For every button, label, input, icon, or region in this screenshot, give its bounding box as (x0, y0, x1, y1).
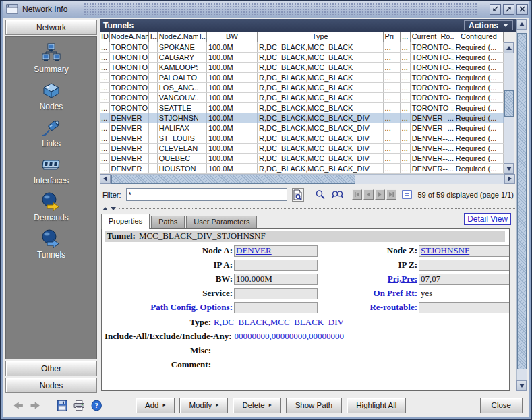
title-bar[interactable]: Network Info (3, 1, 529, 18)
property-label[interactable]: Re-routable: (318, 302, 419, 313)
table-cell: Required (... (454, 102, 503, 113)
property-label[interactable]: Pri,Pre: (318, 274, 419, 284)
highlight-all-button[interactable]: Highlight All (347, 398, 406, 413)
table-horizontal-scrollbar[interactable] (100, 174, 515, 184)
properties-panel: Tunnel: MCC_BLACK_DIV_STJOHNSNF Node A:D… (101, 228, 510, 392)
panel-scroll-down-icon[interactable] (516, 380, 527, 391)
page-setup-icon[interactable] (401, 189, 413, 201)
table-scroll-left-icon[interactable] (100, 174, 111, 184)
table-vertical-scrollbar[interactable] (504, 53, 514, 163)
column-header[interactable]: ID (100, 32, 109, 42)
collapse-up-icon[interactable] (102, 207, 108, 210)
forward-icon[interactable] (30, 400, 40, 411)
delete-button[interactable]: Delete▸ (233, 398, 280, 413)
save-icon[interactable] (57, 400, 67, 411)
property-field[interactable]: STJOHNSNF (419, 245, 510, 257)
column-header[interactable]: Configured (454, 32, 503, 42)
table-row[interactable]: ...TORONTOKAMLOOPS100.0MR,DC_BLACK,MCC_B… (100, 62, 504, 72)
sidebar-item-links[interactable]: Links (41, 117, 61, 148)
modify-button[interactable]: Modify▸ (179, 398, 228, 413)
column-header[interactable]: ... (400, 32, 410, 42)
actions-menu-button[interactable]: Actions (464, 20, 513, 30)
column-header[interactable]: Type (258, 32, 383, 42)
property-label[interactable]: On Pref Rt: (318, 288, 419, 299)
search-icon[interactable] (314, 189, 326, 201)
table-row[interactable]: ...DENVERST_LOUIS100.0MR,DC_BLACK,MCC_BL… (100, 133, 504, 143)
panel-scroll-up-icon[interactable] (516, 19, 527, 30)
sidebar-item-demands[interactable]: Demands (34, 191, 68, 222)
prev-page-icon[interactable] (363, 189, 374, 200)
close-button[interactable]: Close (480, 398, 523, 413)
sidebar-network-button[interactable]: Network (5, 20, 97, 35)
table-scroll-down-icon[interactable] (504, 163, 514, 174)
panel-vscroll-thumb[interactable] (517, 33, 527, 369)
table-row[interactable]: ...TORONTOSPOKANE100.0MR,DC_BLACK,MCC_BL… (100, 42, 504, 52)
next-page-icon[interactable] (375, 189, 385, 200)
back-icon[interactable] (13, 400, 24, 411)
table-scroll-right-icon[interactable] (504, 174, 515, 184)
table-scroll-up-icon[interactable] (504, 42, 514, 53)
table-row[interactable]: ...TORONTOSEATTLE100.0MR,DC_BLACK,MCC_BL… (100, 102, 504, 113)
maximize-icon[interactable] (503, 4, 514, 15)
property-value[interactable]: STJOHNSNF (421, 245, 469, 256)
tab-properties[interactable]: Properties (101, 214, 150, 229)
column-header[interactable]: NodeZ.Name (157, 32, 198, 42)
detail-view-link[interactable]: Detail View (464, 213, 511, 225)
property-field[interactable] (234, 302, 318, 313)
table-cell: Required (... (454, 92, 503, 102)
advanced-filter-icon[interactable] (292, 188, 304, 202)
table-cell: ... (400, 42, 410, 52)
sidebar-item-tunnels[interactable]: Tunnels (37, 229, 65, 260)
table-row[interactable]: ...DENVERSTJOHNSNF100.0MR,DC_BLACK,MCC_B… (100, 113, 504, 123)
add-button[interactable]: Add▸ (136, 398, 175, 413)
property-field[interactable]: DENVER (234, 245, 318, 257)
sidebar-item-interfaces[interactable]: Interfaces (34, 154, 69, 185)
column-header[interactable]: I... (148, 32, 157, 42)
table-vscroll-thumb[interactable] (504, 90, 514, 117)
show-path-button[interactable]: Show Path (286, 398, 343, 413)
restore-down-icon[interactable] (490, 4, 501, 15)
panel-vertical-scrollbar[interactable] (516, 19, 527, 391)
sidebar-item-nodes[interactable]: Nodes (40, 80, 63, 111)
property-value[interactable]: DENVER (236, 245, 272, 256)
property-value[interactable]: R,DC_BLACK,MCC_BLACK_DIV (214, 317, 344, 328)
property-field[interactable] (419, 260, 510, 271)
table-hscroll-thumb[interactable] (111, 175, 355, 184)
table-row[interactable]: ...DENVERCLEVELAND100.0MR,DC_BLACK,MCC_B… (100, 143, 504, 153)
property-field[interactable] (234, 288, 318, 299)
property-field[interactable]: 100.000M (234, 274, 318, 285)
first-page-icon[interactable] (352, 189, 362, 200)
print-icon[interactable] (73, 400, 84, 411)
table-cell: TORONTO (109, 92, 148, 102)
property-field[interactable] (419, 302, 510, 313)
column-header[interactable]: BW (206, 32, 257, 42)
sidebar-other-button[interactable]: Other (5, 361, 97, 376)
property-field[interactable]: 07,07 (419, 274, 510, 285)
help-icon[interactable]: ? (91, 400, 102, 411)
sidebar-nodes-button[interactable]: Nodes (5, 378, 97, 393)
table-row[interactable]: ...DENVERHALIFAX100.0MR,DC_BLACK,MCC_BLA… (100, 123, 504, 133)
search-all-icon[interactable] (331, 189, 345, 201)
column-header[interactable]: Current_Ro... (410, 32, 454, 42)
close-icon[interactable] (516, 4, 528, 15)
column-header[interactable]: I... (198, 32, 206, 42)
table-row[interactable]: ...TORONTOLOS_ANG...100.0MR,DC_BLACK,MCC… (100, 82, 504, 92)
tab-user-parameters[interactable]: User Parameters (186, 216, 257, 228)
column-header[interactable]: Pri (383, 32, 400, 42)
last-page-icon[interactable] (386, 189, 396, 200)
tab-paths[interactable]: Paths (151, 216, 185, 228)
sidebar-item-summary[interactable]: Summary (34, 43, 68, 74)
table-row[interactable]: ...TORONTOVANCOUV...100.0MR,DC_BLACK,MCC… (100, 92, 504, 102)
filter-input[interactable] (126, 188, 287, 201)
column-header[interactable]: NodeA.Name (109, 32, 148, 42)
property-field[interactable] (234, 260, 318, 271)
table-row[interactable]: ...TORONTOPALOALTO100.0MR,DC_BLACK,MCC_B… (100, 72, 504, 82)
table-row[interactable]: ...DENVERQUEBEC100.0MR,DC_BLACK,MCC_BLAC… (100, 153, 504, 163)
table-row[interactable]: ...TORONTOCALGARY100.0MR,DC_BLACK,MCC_BL… (100, 52, 504, 62)
property-label[interactable]: Path Config. Options: (105, 302, 234, 313)
demands-icon (41, 191, 61, 212)
property-value[interactable]: 00000000,00000000,00000000 (235, 331, 345, 342)
table-row[interactable]: ...DENVERHOUSTON100.0MR,DC_BLACK,MCC_BLA… (100, 163, 504, 173)
collapse-down-icon[interactable] (111, 207, 116, 210)
split-pane-divider[interactable] (100, 206, 516, 212)
